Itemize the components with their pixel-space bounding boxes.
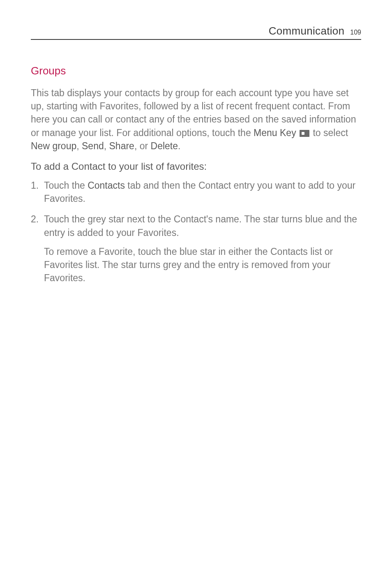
- page-number: 109: [350, 29, 361, 36]
- menu-key-label: Menu Key: [254, 127, 296, 138]
- section-heading-groups: Groups: [31, 65, 361, 77]
- groups-intro-paragraph: This tab displays your contacts by group…: [31, 86, 361, 153]
- steps-list: Touch the Contacts tab and then the Cont…: [31, 179, 361, 284]
- sep: , or: [134, 141, 151, 151]
- step-2-pre: Touch the grey star next to the Contact'…: [44, 214, 357, 238]
- running-header: Communication 109: [31, 25, 361, 40]
- step-1-pre: Touch the: [44, 180, 88, 191]
- option-send: Send: [82, 141, 104, 151]
- step-2: Touch the grey star next to the Contact'…: [31, 213, 361, 284]
- sep: ,: [76, 141, 82, 151]
- document-page: Communication 109 Groups This tab displa…: [0, 0, 392, 284]
- subsection-heading-favorites: To add a Contact to your list of favorit…: [31, 161, 361, 172]
- running-header-title: Communication: [269, 25, 345, 37]
- menu-key-icon: [300, 130, 309, 137]
- step-1-strong: Contacts: [88, 180, 125, 191]
- option-delete: Delete: [151, 141, 178, 151]
- step-2-tail-paragraph: To remove a Favorite, touch the blue sta…: [44, 245, 361, 285]
- step-1: Touch the Contacts tab and then the Cont…: [31, 179, 361, 205]
- option-new-group: New group: [31, 141, 76, 151]
- sep: ,: [104, 141, 109, 151]
- intro-text-2: to select: [310, 127, 348, 138]
- intro-end: .: [178, 141, 180, 151]
- option-share: Share: [109, 141, 134, 151]
